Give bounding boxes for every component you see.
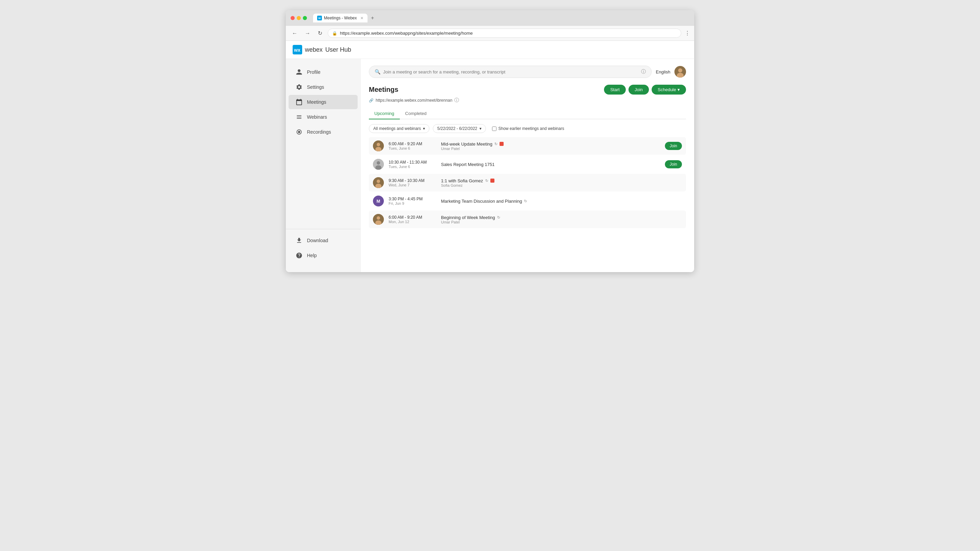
meeting-time: 6:00 AM - 9:20 AM Tues, June 6 [388,141,436,150]
filter-type-chevron: ▾ [423,126,425,131]
meeting-time: 9:30 AM - 10:30 AM Wed, June 7 [388,178,436,187]
sidebar-item-help[interactable]: Help [288,248,358,263]
meeting-row: M 3:30 PM - 4:45 PM Fri, Jun 9 Marketing… [369,192,686,210]
browser-maximize-btn[interactable] [303,16,307,20]
meeting-type-filter[interactable]: All meetings and webinars ▾ [369,124,430,133]
sidebar-item-meetings[interactable]: Meetings [288,95,358,109]
filter-date-chevron: ▾ [479,126,482,131]
meeting-url-text[interactable]: https://example.webex.com/meet/ibrennan [375,98,452,103]
meeting-row: 6:00 AM - 9:20 AM Tues, June 6 Mid-week … [369,137,686,155]
webex-logo: wx webex User Hub [293,45,351,54]
meeting-date: Tues, June 6 [388,146,436,150]
gear-icon [295,83,303,91]
sidebar-item-settings[interactable]: Settings [288,80,358,94]
meeting-tabs: Upcoming Completed [369,108,686,119]
meeting-time: 3:30 PM - 4:45 PM Fri, Jun 9 [388,197,436,205]
sidebar-bottom: Download Help [286,229,360,267]
meeting-info: Marketing Team Discussion and Planning ↻ [441,198,682,204]
meeting-time-range: 6:00 AM - 9:20 AM [388,215,436,220]
filter-type-label: All meetings and webinars [373,126,421,131]
tab-close-btn[interactable]: ✕ [360,16,363,21]
browser-tabs: W Meetings - Webex ✕ + [313,14,689,22]
search-box[interactable]: 🔍 ⓘ [369,66,652,78]
webex-logo-icon: wx [293,45,302,54]
svg-point-14 [377,179,380,183]
start-button[interactable]: Start [604,85,625,95]
search-input[interactable] [383,69,638,75]
meeting-time-range: 6:00 AM - 9:20 AM [388,141,436,146]
browser-controls [291,16,307,20]
browser-toolbar: ← → ↻ 🔒 ⋮ [286,26,694,41]
meeting-avatar: M [373,195,384,206]
meeting-avatar [373,177,384,188]
meeting-date: Mon, Jun 12 [388,220,436,224]
sidebar-label-profile: Profile [307,69,321,75]
meeting-time: 10:30 AM - 11:30 AM Tues, June 6 [388,160,436,169]
browser-window: W Meetings - Webex ✕ + ← → ↻ 🔒 ⋮ wx webe… [286,10,694,272]
sidebar-item-download[interactable]: Download [288,233,358,248]
meeting-avatar [373,159,384,170]
tab-completed[interactable]: Completed [400,108,432,119]
app-header: wx webex User Hub [286,41,694,59]
sidebar-label-download: Download [307,238,328,243]
svg-point-11 [377,161,380,165]
meeting-time: 6:00 AM - 9:20 AM Mon, Jun 12 [388,215,436,224]
meeting-info: 1:1 with Sofia Gomez ↻ Sofia Gomez [441,178,682,187]
filter-date-label: 5/22/2022 - 6/22/2022 [437,126,477,131]
person-icon [295,68,303,76]
recurring-icon: ↻ [497,215,500,220]
browser-close-btn[interactable] [291,16,295,20]
sidebar-item-webinars[interactable]: Webinars [288,110,358,124]
show-earlier-checkbox[interactable] [492,127,496,131]
meeting-time-range: 3:30 PM - 4:45 PM [388,197,436,202]
schedule-button[interactable]: Schedule ▾ [652,85,686,95]
browser-minimize-btn[interactable] [297,16,301,20]
hub-text: User Hub [325,46,351,53]
meetings-list: 6:00 AM - 9:20 AM Tues, June 6 Mid-week … [369,137,686,228]
meeting-join-button[interactable]: Join [665,160,682,168]
search-icon: 🔍 [375,69,380,75]
language-selector[interactable]: English [656,69,670,75]
app-body: Profile Settings Meetings [286,59,694,272]
meeting-date: Fri, Jun 9 [388,202,436,205]
url-input[interactable] [340,30,677,36]
meeting-info: Sales Report Meeting 1751 [441,162,660,167]
sidebar-label-webinars: Webinars [307,114,327,120]
active-tab[interactable]: W Meetings - Webex ✕ [313,14,368,22]
meeting-host: Umar Patel [441,220,682,224]
info-icon[interactable]: ⓘ [641,69,646,75]
meeting-name: Mid-week Update Meeting ↻ [441,141,660,147]
meeting-row: 9:30 AM - 10:30 AM Wed, June 7 1:1 with … [369,174,686,192]
date-range-filter[interactable]: 5/22/2022 - 6/22/2022 ▾ [433,124,485,133]
tab-favicon: W [317,16,322,21]
meetings-header: Meetings Start Join Schedule ▾ [369,85,686,95]
calendar-icon [295,98,303,106]
link-icon: 🔗 [369,98,374,103]
help-icon [295,252,303,259]
search-area: 🔍 ⓘ English [369,66,686,78]
meeting-info: Beginning of Week Meeting ↻ Umar Patel [441,215,682,224]
main-content: 🔍 ⓘ English Meetings [361,59,694,272]
forward-button[interactable]: → [303,29,312,38]
user-avatar[interactable] [675,66,686,78]
browser-menu-button[interactable]: ⋮ [685,30,690,37]
meeting-name: 1:1 with Sofia Gomez ↻ [441,178,682,183]
reload-button[interactable]: ↻ [316,29,324,38]
sidebar-item-profile[interactable]: Profile [288,65,358,79]
webinars-icon [295,113,303,121]
join-button[interactable]: Join [628,85,649,95]
meeting-url-info-icon[interactable]: ⓘ [454,97,459,103]
tab-upcoming[interactable]: Upcoming [369,108,400,119]
new-tab-button[interactable]: + [369,14,376,22]
sidebar-label-meetings: Meetings [307,99,326,105]
sidebar-item-recordings[interactable]: Recordings [288,125,358,139]
meeting-time-range: 10:30 AM - 11:30 AM [388,160,436,165]
meeting-info: Mid-week Update Meeting ↻ Umar Patel [441,141,660,151]
address-bar[interactable]: 🔒 [328,29,681,38]
sidebar-label-settings: Settings [307,84,324,90]
back-button[interactable]: ← [290,29,299,38]
record-icon [295,128,303,136]
sidebar-nav: Profile Settings Meetings [286,64,360,229]
meeting-avatar [373,214,384,225]
meeting-join-button[interactable]: Join [665,142,682,150]
